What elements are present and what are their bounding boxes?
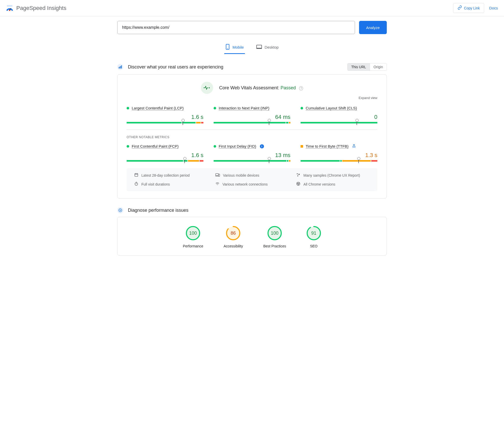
- gauge-label: Performance: [183, 244, 203, 248]
- device-tabs: Mobile Desktop: [117, 41, 387, 54]
- pagespeed-logo-icon: [6, 5, 13, 12]
- brand: PageSpeed Insights: [6, 5, 66, 12]
- assessment-status: Passed: [280, 85, 296, 90]
- marker-icon: [269, 159, 269, 163]
- scope-origin[interactable]: Origin: [370, 63, 387, 71]
- experimental-icon: [352, 144, 356, 148]
- metric-name[interactable]: Cumulative Layout Shift (CLS): [306, 106, 357, 110]
- expand-view-link[interactable]: Expand view: [127, 96, 377, 100]
- meta-chrome: All Chrome versions: [296, 182, 370, 187]
- tab-mobile[interactable]: Mobile: [224, 41, 245, 54]
- gauge-item[interactable]: 91SEO: [306, 226, 321, 248]
- svg-rect-8: [120, 66, 121, 68]
- metric: Time to First Byte (TTFB)1.3 s: [301, 144, 377, 162]
- top-bar: PageSpeed Insights Copy Link Docs: [0, 0, 504, 16]
- url-row: Analyze: [117, 21, 387, 34]
- primary-metrics-grid: Largest Contentful Paint (LCP)1.6 sInter…: [127, 106, 377, 123]
- svg-point-21: [297, 175, 298, 176]
- wifi-icon: [215, 182, 219, 186]
- metric-name[interactable]: Largest Contentful Paint (LCP): [132, 106, 184, 110]
- copy-link-button[interactable]: Copy Link: [453, 3, 484, 13]
- metric-value: 1.6 s: [127, 114, 203, 120]
- help-icon[interactable]: ?: [299, 86, 303, 90]
- discover-title: Discover what your real users are experi…: [128, 64, 223, 70]
- metric-value: 1.3 s: [301, 152, 377, 159]
- metric-value: 0: [301, 114, 377, 120]
- status-dot-icon: [301, 107, 303, 109]
- link-icon: [457, 5, 462, 11]
- diagnose-section: Diagnose performance issues 100Performan…: [117, 207, 387, 256]
- meta-devices: Various mobile devices: [215, 173, 289, 178]
- stopwatch-icon: [134, 182, 138, 187]
- metric-bar: [127, 160, 203, 162]
- other-metrics-grid: First Contentful Paint (FCP)1.6 sFirst I…: [127, 144, 377, 162]
- svg-text:86: 86: [231, 231, 236, 236]
- scope-this-url[interactable]: This URL: [348, 63, 369, 71]
- analyze-button[interactable]: Analyze: [359, 21, 387, 34]
- meta-grid: Latest 28-day collection period Various …: [127, 168, 377, 191]
- docs-link[interactable]: Docs: [489, 6, 498, 10]
- svg-rect-16: [216, 174, 218, 176]
- crux-link[interactable]: Chrome UX Report: [329, 173, 359, 177]
- metric: Interaction to Next Paint (INP)64 ms: [214, 106, 290, 123]
- svg-rect-12: [135, 174, 138, 176]
- svg-text:100: 100: [189, 231, 197, 236]
- devices-icon: [215, 173, 220, 177]
- calendar-icon: [134, 173, 138, 178]
- assessment-row: Core Web Vitals Assessment: Passed ?: [127, 82, 377, 94]
- gauge-item[interactable]: 100Performance: [183, 226, 203, 248]
- diagnose-icon: [117, 207, 123, 213]
- gauge-label: Best Practices: [263, 244, 286, 248]
- copy-link-label: Copy Link: [464, 6, 480, 10]
- samples-icon: [296, 173, 300, 178]
- metric: First Contentful Paint (FCP)1.6 s: [127, 144, 203, 162]
- gauge-item[interactable]: 100Best Practices: [263, 226, 286, 248]
- svg-rect-5: [257, 45, 262, 48]
- app-title: PageSpeed Insights: [16, 5, 66, 11]
- gauge-icon: 86: [226, 226, 241, 241]
- info-icon[interactable]: i: [260, 144, 264, 148]
- svg-point-25: [217, 185, 218, 185]
- svg-point-20: [299, 174, 300, 175]
- gauge-icon: 100: [186, 226, 200, 241]
- tab-desktop[interactable]: Desktop: [255, 41, 280, 54]
- heartbeat-icon: [201, 82, 213, 94]
- diagnose-title: Diagnose performance issues: [128, 208, 188, 213]
- svg-point-10: [209, 87, 210, 88]
- metric: First Input Delay (FID)i13 ms: [214, 144, 290, 162]
- metric-value: 1.6 s: [127, 152, 203, 159]
- meta-period: Latest 28-day collection period: [134, 173, 208, 178]
- scope-toggle: This URL Origin: [347, 63, 387, 71]
- marker-icon: [358, 159, 359, 163]
- metric-value: 13 ms: [214, 152, 290, 159]
- marker-icon: [269, 120, 269, 125]
- marker-icon: [357, 120, 357, 125]
- gauge-label: Accessibility: [224, 244, 243, 248]
- other-metrics-label: OTHER NOTABLE METRICS: [127, 135, 377, 139]
- status-dot-icon: [301, 145, 303, 148]
- discover-header: Discover what your real users are experi…: [117, 63, 387, 71]
- vitals-card: Core Web Vitals Assessment: Passed ? Exp…: [117, 74, 387, 199]
- metric-name[interactable]: First Contentful Paint (FCP): [132, 144, 179, 148]
- svg-text:100: 100: [271, 231, 278, 236]
- assessment-label: Core Web Vitals Assessment:: [219, 85, 279, 90]
- marker-icon: [184, 159, 185, 163]
- metric-bar: [127, 122, 203, 123]
- gauge-item[interactable]: 86Accessibility: [224, 226, 243, 248]
- metric-bar: [214, 122, 290, 123]
- metric-name[interactable]: Time to First Byte (TTFB): [306, 144, 349, 148]
- discover-icon: [117, 64, 123, 70]
- metric-value: 64 ms: [214, 114, 290, 120]
- svg-rect-9: [121, 65, 122, 68]
- metric-name[interactable]: Interaction to Next Paint (INP): [219, 106, 269, 110]
- assessment-text: Core Web Vitals Assessment: Passed ?: [219, 85, 303, 91]
- svg-rect-18: [218, 174, 220, 176]
- metric-name[interactable]: First Input Delay (FID): [219, 144, 256, 148]
- gauge-row: 100Performance86Accessibility100Best Pra…: [127, 220, 377, 253]
- url-input[interactable]: [117, 21, 355, 34]
- status-dot-icon: [127, 107, 129, 109]
- metric-bar: [214, 160, 290, 162]
- metric-bar: [301, 122, 377, 123]
- tab-mobile-label: Mobile: [232, 45, 244, 49]
- svg-rect-0: [7, 5, 12, 7]
